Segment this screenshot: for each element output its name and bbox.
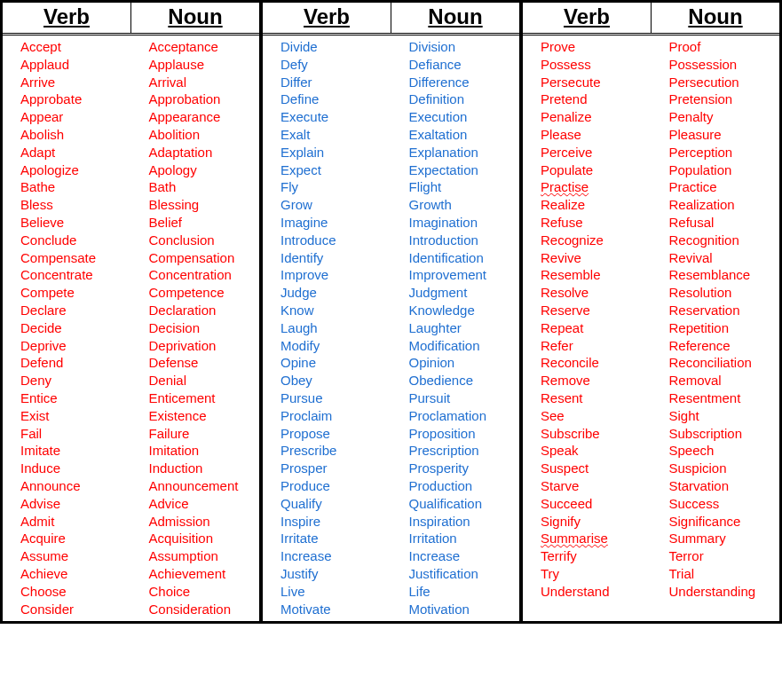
noun-cell: Assumption [131,547,260,565]
verb-cell: Remove [523,372,652,389]
verb-cell: Exist [3,407,131,425]
noun-cell: Announcement [131,477,260,495]
noun-cell: Failure [131,425,260,443]
noun-cell: Realization [652,196,780,214]
noun-cell: Resentment [652,389,780,407]
noun-cell: Consideration [131,601,260,618]
verb-cell: Expect [263,161,391,179]
verb-cell: Speak [523,442,652,460]
verb-cell: Accept [3,38,131,56]
column-header: VerbNoun [523,3,779,35]
noun-cell: Flight [391,178,520,196]
verb-cell: Try [523,565,652,583]
table-row: ExaltExaltation [263,126,519,144]
header-verb: Verb [3,3,131,33]
verb-cell: Obey [263,372,391,389]
noun-cell: Persecution [652,74,780,91]
verb-cell: Admit [3,513,131,531]
verb-cell: Increase [263,547,391,565]
table-row: AdmitAdmission [3,513,259,531]
noun-cell: Defiance [391,56,520,74]
table-row: ConcentrateConcentration [3,266,259,284]
verb-cell: Signify [523,513,652,531]
verb-cell: Recognize [523,232,652,249]
noun-cell: Denial [131,372,260,389]
verb-cell: Inspire [263,513,391,531]
table-row: InspireInspiration [263,513,519,531]
noun-cell: Terror [652,547,780,565]
verb-cell: Consider [3,601,131,618]
noun-cell: Understanding [652,583,780,601]
table-row: AbolishAbolition [3,126,259,144]
verb-cell: Concentrate [3,266,131,284]
table-row: PleasePleasure [523,126,779,144]
noun-cell: Inspiration [391,513,520,531]
noun-cell: Success [652,495,780,513]
noun-cell: Choice [131,583,260,601]
verb-cell: Reserve [523,302,652,319]
verb-cell: Terrify [523,547,652,565]
noun-cell: Revival [652,249,780,267]
noun-cell: Production [391,477,520,495]
table-row: SpeakSpeech [523,442,779,460]
noun-cell: Concentration [131,266,260,284]
verb-cell: Know [263,302,391,319]
noun-cell: Sight [652,407,780,425]
verb-cell: Conclude [3,232,131,249]
table-row: BlessBlessing [3,196,259,214]
noun-cell: Proof [652,38,780,56]
table-row: AssumeAssumption [3,547,259,565]
verb-cell: Improve [263,266,391,284]
noun-cell: Difference [391,74,520,91]
verb-cell: Live [263,583,391,601]
verb-cell: Advise [3,495,131,513]
table-row: DivideDivision [263,38,519,56]
noun-cell: Division [391,38,520,56]
noun-cell: Pleasure [652,126,780,144]
table-row: PretendPretension [523,90,779,108]
noun-cell: Blessing [131,196,260,214]
table-row: IntroduceIntroduction [263,232,519,249]
table-row: ObeyObedience [263,372,519,389]
verb-cell: Pretend [523,90,652,108]
table-row: ImagineImagination [263,214,519,232]
table-row: DenyDenial [3,372,259,389]
verb-cell: Realize [523,196,652,214]
table-row: GrowGrowth [263,196,519,214]
noun-cell: Declaration [131,302,260,319]
verb-cell: Possess [523,56,652,74]
noun-cell: Judgment [391,284,520,302]
verb-cell: Believe [3,214,131,232]
header-verb: Verb [523,3,652,33]
noun-cell: Justification [391,565,520,583]
table-row: ModifyModification [263,337,519,355]
verb-cell: Defend [3,354,131,372]
noun-cell: Repetition [652,319,780,337]
verb-cell: Announce [3,477,131,495]
table-row: ConsiderConsideration [3,601,259,618]
verb-cell: Entice [3,389,131,407]
noun-cell: Obedience [391,372,520,389]
noun-cell: Advice [131,495,260,513]
verb-cell: Produce [263,477,391,495]
table-row: JudgeJudgment [263,284,519,302]
noun-cell: Arrival [131,74,260,91]
noun-cell: Identification [391,249,520,267]
noun-cell: Introduction [391,232,520,249]
verb-cell: Identify [263,249,391,267]
table-row: BatheBath [3,178,259,196]
verb-cell: Induce [3,460,131,477]
verb-cell: Subscribe [523,425,652,443]
verb-cell: Irritate [263,530,391,547]
table-row: ImitateImitation [3,442,259,460]
table-row: RepeatRepetition [523,319,779,337]
table-row: PractisePractice [523,178,779,196]
verb-cell: Introduce [263,232,391,249]
verb-cell: Justify [263,565,391,583]
table-row: ExistExistence [3,407,259,425]
table-row: ExplainExplanation [263,144,519,161]
noun-cell: Execution [391,108,520,126]
verb-cell: Bathe [3,178,131,196]
column-body: AcceptAcceptanceApplaudApplauseArriveArr… [3,35,259,621]
table-row: AppearAppearance [3,108,259,126]
